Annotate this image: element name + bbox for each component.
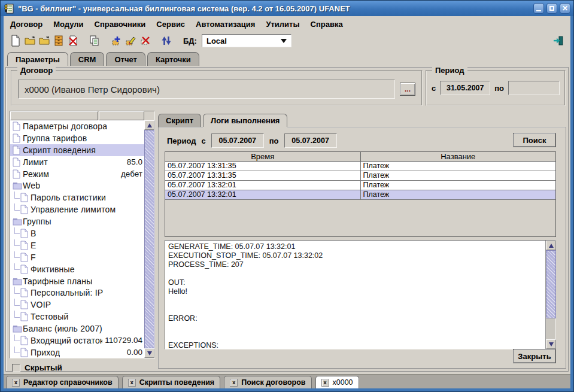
tree-header-value[interactable] xyxy=(99,111,144,120)
close-tab-icon[interactable]: x xyxy=(12,379,20,387)
scroll-up-icon[interactable] xyxy=(144,120,154,130)
bottom-tab-contract-search[interactable]: x Поиск договоров xyxy=(224,376,311,388)
db-dropdown[interactable]: Local xyxy=(202,34,291,47)
menu-avtomatizaciya[interactable]: Автоматизация xyxy=(190,18,260,31)
document-icon xyxy=(20,193,31,202)
tab-crm[interactable]: CRM xyxy=(70,52,105,66)
tree-item[interactable]: Web xyxy=(10,180,144,192)
document-icon xyxy=(13,145,23,155)
tab-execution-logs[interactable]: Логи выполнения xyxy=(203,114,287,127)
logs-period-row: Период с 05.07.2007 по 05.07.2007 xyxy=(167,133,337,148)
maximize-button[interactable] xyxy=(546,3,557,14)
log-text: GENERATE_TIME: 05.07.07 13:32:01 EXECUTI… xyxy=(168,242,542,348)
scroll-up-icon[interactable] xyxy=(546,241,556,250)
tree-connector xyxy=(13,311,20,323)
tab-script[interactable]: Скрипт xyxy=(158,114,201,127)
tree-item[interactable]: Лимит85.0 xyxy=(10,156,144,168)
menu-servis[interactable]: Сервис xyxy=(151,18,190,31)
archive-icon[interactable] xyxy=(51,34,66,48)
add-record-icon[interactable] xyxy=(109,34,123,48)
delete-record-icon[interactable] xyxy=(138,34,152,48)
tree-item[interactable]: Приход0.00 xyxy=(10,347,144,358)
tree-scrollbar-thumb[interactable] xyxy=(144,130,154,348)
search-button[interactable]: Поиск xyxy=(513,133,556,147)
new-document-icon[interactable] xyxy=(8,34,23,48)
contract-browse-button[interactable]: ... xyxy=(400,83,415,96)
document-icon xyxy=(20,336,31,345)
tree-item[interactable]: Пароль статистики xyxy=(10,192,144,203)
tree-item[interactable]: VOIP xyxy=(10,299,144,311)
delete-icon[interactable] xyxy=(66,34,80,48)
bottom-taskbar: x Редактор справочников x Скрипты поведе… xyxy=(4,374,570,388)
close-tab-icon[interactable]: x xyxy=(128,379,136,387)
period-from-field[interactable]: 31.05.2007 xyxy=(440,81,490,95)
column-header-time[interactable]: Время xyxy=(165,152,361,162)
tree-item[interactable]: Тарифные планы xyxy=(10,275,144,287)
bottom-tab-reference-editor[interactable]: x Редактор справочников xyxy=(6,376,119,388)
tree-item[interactable]: Фиктивные xyxy=(10,263,144,275)
chevron-down-icon xyxy=(281,39,287,43)
close-panel-button[interactable]: Закрыть xyxy=(513,349,556,363)
refresh-icon[interactable] xyxy=(159,34,174,48)
log-scrollbar-thumb[interactable] xyxy=(546,250,556,318)
close-tab-icon[interactable]: x xyxy=(321,379,329,387)
tree-item[interactable]: Входящий остаток110729.04 xyxy=(10,335,144,347)
column-header-name[interactable]: Название xyxy=(361,152,556,162)
tree-item[interactable]: Баланс (июль 2007) xyxy=(10,323,144,335)
tab-kartochki[interactable]: Карточки xyxy=(147,52,199,66)
logs-from-field[interactable]: 05.07.2007 xyxy=(211,133,264,148)
tree-scrollbar[interactable] xyxy=(144,120,154,358)
tree-item[interactable]: Тестовый xyxy=(10,311,144,323)
tree-item[interactable]: Группа тарифов xyxy=(10,132,144,144)
open-folder-icon[interactable] xyxy=(37,34,51,48)
execution-logs-panel: Период с 05.07.2007 по 05.07.2007 Поиск … xyxy=(158,127,566,369)
tree-item-selected[interactable]: Скрипт поведения xyxy=(10,144,144,156)
tree-item[interactable]: Управление лимитом xyxy=(10,203,144,215)
document-icon xyxy=(13,169,23,179)
tree-connector xyxy=(13,335,20,347)
tab-parametry[interactable]: Параметры xyxy=(7,52,68,66)
close-tab-icon[interactable]: x xyxy=(230,379,238,387)
tree-item[interactable]: Персональный: IP xyxy=(10,287,144,299)
copy-icon[interactable] xyxy=(87,34,102,48)
tree-item[interactable]: Группы xyxy=(10,215,144,227)
table-empty-area xyxy=(165,200,555,236)
table-row[interactable]: 05.07.2007 13:31:35 Платеж xyxy=(165,171,555,181)
menu-spravka[interactable]: Справка xyxy=(305,18,348,31)
exit-icon[interactable] xyxy=(551,34,566,48)
tab-otchet[interactable]: Отчет xyxy=(106,52,145,66)
table-row[interactable]: 05.07.2007 13:31:35 Платеж xyxy=(165,162,555,171)
logs-to-field[interactable]: 05.07.2007 xyxy=(284,133,337,148)
bottom-tab-behavior-scripts[interactable]: x Скрипты поведения xyxy=(122,376,221,388)
log-scrollbar[interactable] xyxy=(545,241,555,349)
edit-record-icon[interactable] xyxy=(123,34,138,48)
tree-item[interactable]: Режимдебет xyxy=(10,168,144,180)
menu-spravochniki[interactable]: Справочники xyxy=(89,18,151,31)
open-contract-icon[interactable] xyxy=(23,34,37,48)
application-window: "BG - биллинг" - универсальная биллингов… xyxy=(0,0,574,392)
tree-header-name[interactable] xyxy=(10,111,98,120)
bottom-tab-x0000[interactable]: x x0000 xyxy=(315,376,359,388)
tree-connector xyxy=(13,239,20,251)
menu-utility[interactable]: Утилиты xyxy=(260,18,305,31)
document-icon xyxy=(20,312,31,321)
tree-connector xyxy=(13,347,20,358)
tree-connector xyxy=(13,227,20,239)
period-to-field[interactable] xyxy=(508,81,560,95)
tree-item[interactable]: Параметры договора xyxy=(10,120,144,132)
menu-dogovor[interactable]: Договор xyxy=(5,18,48,31)
scroll-down-icon[interactable] xyxy=(546,339,556,349)
document-icon xyxy=(20,253,31,262)
tree-item[interactable]: E xyxy=(10,239,144,251)
tree-item[interactable]: B xyxy=(10,227,144,239)
document-icon xyxy=(20,241,31,250)
close-button[interactable]: ✕ xyxy=(560,3,570,14)
scroll-down-icon[interactable] xyxy=(144,348,154,358)
hidden-checkbox[interactable] xyxy=(12,364,20,372)
menu-moduli[interactable]: Модули xyxy=(48,18,89,31)
table-row[interactable]: 05.07.2007 13:32:01 Платеж xyxy=(165,181,555,190)
tree-item[interactable]: F xyxy=(10,251,144,263)
table-row-selected[interactable]: 05.07.2007 13:32:01 Платеж xyxy=(165,190,555,200)
minimize-button[interactable] xyxy=(533,3,544,14)
toolbar: БД: Local xyxy=(4,31,570,51)
